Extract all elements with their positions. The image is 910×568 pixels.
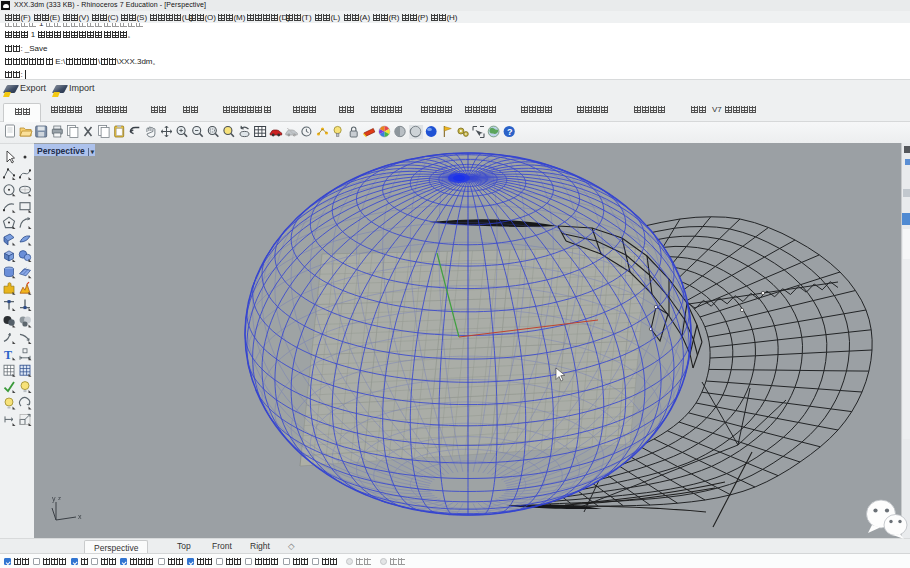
svg-text:T: T: [4, 348, 12, 362]
svg-text:y: y: [52, 495, 56, 503]
svg-text:z: z: [58, 495, 61, 501]
svg-text:x: x: [78, 513, 82, 520]
svg-text:?: ?: [507, 127, 513, 137]
